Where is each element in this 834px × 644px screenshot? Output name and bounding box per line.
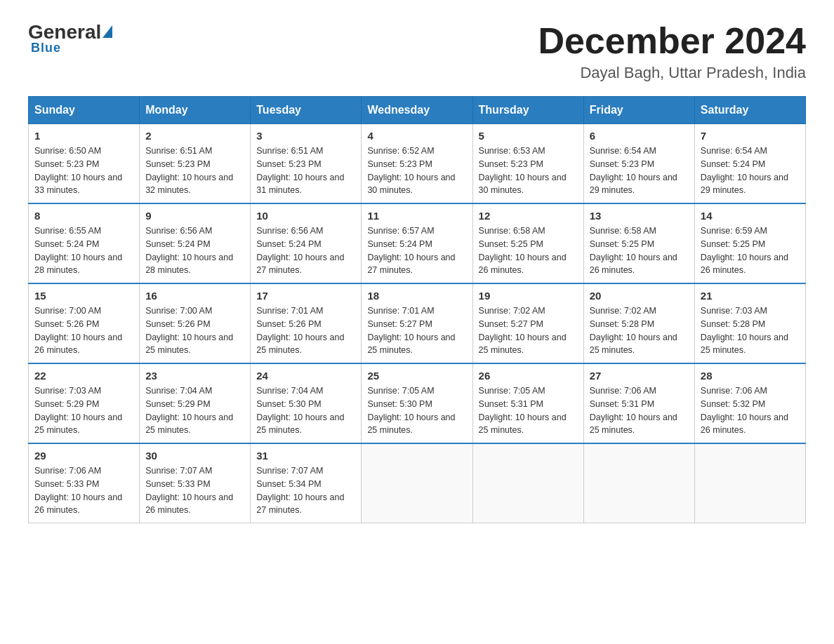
table-row: 1 Sunrise: 6:50 AMSunset: 5:23 PMDayligh… bbox=[29, 124, 140, 204]
day-info: Sunrise: 7:01 AMSunset: 5:27 PMDaylight:… bbox=[367, 304, 466, 357]
table-row: 7 Sunrise: 6:54 AMSunset: 5:24 PMDayligh… bbox=[694, 124, 805, 204]
calendar-week-5: 29 Sunrise: 7:06 AMSunset: 5:33 PMDaylig… bbox=[29, 443, 806, 523]
day-info: Sunrise: 7:06 AMSunset: 5:32 PMDaylight:… bbox=[701, 384, 800, 437]
table-row: 13 Sunrise: 6:58 AMSunset: 5:25 PMDaylig… bbox=[583, 203, 694, 283]
table-row bbox=[694, 443, 805, 523]
day-number: 20 bbox=[590, 290, 689, 302]
day-number: 30 bbox=[145, 450, 244, 462]
day-number: 10 bbox=[256, 210, 355, 222]
day-number: 26 bbox=[479, 370, 578, 382]
table-row: 20 Sunrise: 7:02 AMSunset: 5:28 PMDaylig… bbox=[583, 283, 694, 363]
day-info: Sunrise: 6:51 AMSunset: 5:23 PMDaylight:… bbox=[256, 145, 355, 197]
calendar-week-1: 1 Sunrise: 6:50 AMSunset: 5:23 PMDayligh… bbox=[29, 124, 806, 204]
day-info: Sunrise: 7:03 AMSunset: 5:28 PMDaylight:… bbox=[701, 304, 800, 357]
day-number: 24 bbox=[256, 370, 355, 382]
day-number: 18 bbox=[367, 290, 466, 302]
header-sunday: Sunday bbox=[29, 97, 140, 124]
day-number: 22 bbox=[34, 370, 133, 382]
day-number: 3 bbox=[256, 130, 355, 142]
table-row: 17 Sunrise: 7:01 AMSunset: 5:26 PMDaylig… bbox=[251, 283, 362, 363]
day-info: Sunrise: 6:55 AMSunset: 5:24 PMDaylight:… bbox=[34, 224, 133, 277]
day-info: Sunrise: 7:06 AMSunset: 5:31 PMDaylight:… bbox=[590, 384, 689, 437]
day-info: Sunrise: 6:56 AMSunset: 5:24 PMDaylight:… bbox=[145, 224, 244, 277]
day-number: 15 bbox=[34, 290, 133, 302]
day-info: Sunrise: 7:04 AMSunset: 5:30 PMDaylight:… bbox=[256, 384, 355, 437]
day-info: Sunrise: 7:05 AMSunset: 5:31 PMDaylight:… bbox=[479, 384, 578, 437]
calendar-week-4: 22 Sunrise: 7:03 AMSunset: 5:29 PMDaylig… bbox=[29, 363, 806, 443]
day-number: 9 bbox=[145, 210, 244, 222]
table-row: 10 Sunrise: 6:56 AMSunset: 5:24 PMDaylig… bbox=[251, 203, 362, 283]
table-row: 8 Sunrise: 6:55 AMSunset: 5:24 PMDayligh… bbox=[29, 203, 140, 283]
table-row: 30 Sunrise: 7:07 AMSunset: 5:33 PMDaylig… bbox=[140, 443, 251, 523]
table-row: 24 Sunrise: 7:04 AMSunset: 5:30 PMDaylig… bbox=[251, 363, 362, 443]
table-row: 25 Sunrise: 7:05 AMSunset: 5:30 PMDaylig… bbox=[362, 363, 472, 443]
day-info: Sunrise: 7:01 AMSunset: 5:26 PMDaylight:… bbox=[256, 304, 355, 357]
day-number: 13 bbox=[590, 210, 689, 222]
table-row: 18 Sunrise: 7:01 AMSunset: 5:27 PMDaylig… bbox=[362, 283, 472, 363]
day-number: 5 bbox=[479, 130, 578, 142]
table-row: 11 Sunrise: 6:57 AMSunset: 5:24 PMDaylig… bbox=[362, 203, 472, 283]
day-info: Sunrise: 6:54 AMSunset: 5:24 PMDaylight:… bbox=[701, 145, 800, 197]
day-info: Sunrise: 6:59 AMSunset: 5:25 PMDaylight:… bbox=[701, 224, 800, 277]
day-number: 31 bbox=[256, 450, 355, 462]
main-title: December 2024 bbox=[538, 21, 806, 61]
day-number: 4 bbox=[367, 130, 466, 142]
table-row: 29 Sunrise: 7:06 AMSunset: 5:33 PMDaylig… bbox=[29, 443, 140, 523]
day-info: Sunrise: 6:58 AMSunset: 5:25 PMDaylight:… bbox=[590, 224, 689, 277]
table-row: 6 Sunrise: 6:54 AMSunset: 5:23 PMDayligh… bbox=[583, 124, 694, 204]
day-info: Sunrise: 7:07 AMSunset: 5:33 PMDaylight:… bbox=[145, 464, 244, 517]
table-row: 23 Sunrise: 7:04 AMSunset: 5:29 PMDaylig… bbox=[140, 363, 251, 443]
day-number: 1 bbox=[34, 130, 133, 142]
day-number: 8 bbox=[34, 210, 133, 222]
day-number: 2 bbox=[145, 130, 244, 142]
logo-blue-text: Blue bbox=[31, 41, 61, 55]
day-info: Sunrise: 6:57 AMSunset: 5:24 PMDaylight:… bbox=[367, 224, 466, 277]
table-row bbox=[472, 443, 583, 523]
table-row: 26 Sunrise: 7:05 AMSunset: 5:31 PMDaylig… bbox=[472, 363, 583, 443]
day-number: 7 bbox=[701, 130, 800, 142]
calendar-table: Sunday Monday Tuesday Wednesday Thursday… bbox=[28, 96, 806, 523]
day-number: 28 bbox=[701, 370, 800, 382]
day-info: Sunrise: 6:58 AMSunset: 5:25 PMDaylight:… bbox=[479, 224, 578, 277]
calendar-header-row: Sunday Monday Tuesday Wednesday Thursday… bbox=[29, 97, 806, 124]
table-row: 21 Sunrise: 7:03 AMSunset: 5:28 PMDaylig… bbox=[694, 283, 805, 363]
header-monday: Monday bbox=[140, 97, 251, 124]
table-row: 31 Sunrise: 7:07 AMSunset: 5:34 PMDaylig… bbox=[251, 443, 362, 523]
calendar-week-2: 8 Sunrise: 6:55 AMSunset: 5:24 PMDayligh… bbox=[29, 203, 806, 283]
day-info: Sunrise: 6:56 AMSunset: 5:24 PMDaylight:… bbox=[256, 224, 355, 277]
day-info: Sunrise: 7:02 AMSunset: 5:27 PMDaylight:… bbox=[479, 304, 578, 357]
day-info: Sunrise: 7:03 AMSunset: 5:29 PMDaylight:… bbox=[34, 384, 133, 437]
day-info: Sunrise: 7:02 AMSunset: 5:28 PMDaylight:… bbox=[590, 304, 689, 357]
day-number: 23 bbox=[145, 370, 244, 382]
day-info: Sunrise: 6:54 AMSunset: 5:23 PMDaylight:… bbox=[590, 145, 689, 197]
table-row: 15 Sunrise: 7:00 AMSunset: 5:26 PMDaylig… bbox=[29, 283, 140, 363]
header-tuesday: Tuesday bbox=[251, 97, 362, 124]
header-saturday: Saturday bbox=[694, 97, 805, 124]
header-wednesday: Wednesday bbox=[362, 97, 472, 124]
day-info: Sunrise: 6:50 AMSunset: 5:23 PMDaylight:… bbox=[34, 145, 133, 197]
day-info: Sunrise: 6:53 AMSunset: 5:23 PMDaylight:… bbox=[479, 145, 578, 197]
subtitle: Dayal Bagh, Uttar Pradesh, India bbox=[538, 64, 806, 82]
day-number: 29 bbox=[34, 450, 133, 462]
day-number: 12 bbox=[479, 210, 578, 222]
table-row: 28 Sunrise: 7:06 AMSunset: 5:32 PMDaylig… bbox=[694, 363, 805, 443]
day-number: 21 bbox=[701, 290, 800, 302]
day-number: 11 bbox=[367, 210, 466, 222]
table-row: 19 Sunrise: 7:02 AMSunset: 5:27 PMDaylig… bbox=[472, 283, 583, 363]
header-thursday: Thursday bbox=[472, 97, 583, 124]
day-number: 16 bbox=[145, 290, 244, 302]
day-info: Sunrise: 6:51 AMSunset: 5:23 PMDaylight:… bbox=[145, 145, 244, 197]
day-info: Sunrise: 7:00 AMSunset: 5:26 PMDaylight:… bbox=[145, 304, 244, 357]
table-row: 12 Sunrise: 6:58 AMSunset: 5:25 PMDaylig… bbox=[472, 203, 583, 283]
day-info: Sunrise: 7:06 AMSunset: 5:33 PMDaylight:… bbox=[34, 464, 133, 517]
table-row: 14 Sunrise: 6:59 AMSunset: 5:25 PMDaylig… bbox=[694, 203, 805, 283]
day-info: Sunrise: 7:00 AMSunset: 5:26 PMDaylight:… bbox=[34, 304, 133, 357]
logo: General Blue bbox=[28, 21, 112, 55]
table-row: 16 Sunrise: 7:00 AMSunset: 5:26 PMDaylig… bbox=[140, 283, 251, 363]
table-row: 22 Sunrise: 7:03 AMSunset: 5:29 PMDaylig… bbox=[29, 363, 140, 443]
logo-triangle-icon bbox=[102, 25, 112, 38]
table-row: 4 Sunrise: 6:52 AMSunset: 5:23 PMDayligh… bbox=[362, 124, 472, 204]
day-number: 17 bbox=[256, 290, 355, 302]
table-row bbox=[362, 443, 472, 523]
day-info: Sunrise: 7:04 AMSunset: 5:29 PMDaylight:… bbox=[145, 384, 244, 437]
